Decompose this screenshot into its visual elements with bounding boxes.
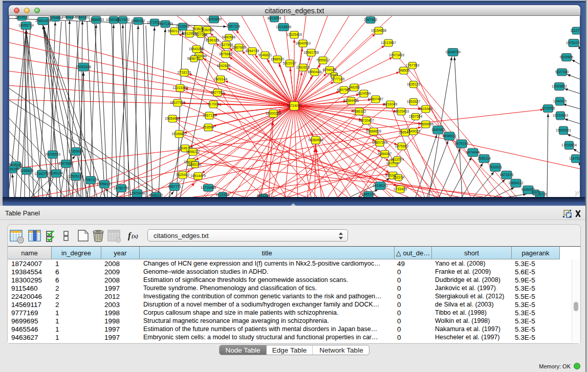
svg-text:9227343: 9227343 xyxy=(555,70,569,74)
svg-text:16782759: 16782759 xyxy=(114,186,129,190)
svg-text:1957584: 1957584 xyxy=(409,115,423,118)
svg-text:19958107: 19958107 xyxy=(97,182,112,186)
svg-text:1612074: 1612074 xyxy=(390,158,404,161)
svg-text:10025433: 10025433 xyxy=(394,110,409,113)
svg-text:9777169: 9777169 xyxy=(331,77,345,81)
svg-text:10973493: 10973493 xyxy=(389,53,404,57)
svg-text:19888903: 19888903 xyxy=(89,18,104,21)
svg-text:2803144: 2803144 xyxy=(214,77,228,81)
svg-text:18300295: 18300295 xyxy=(266,112,281,115)
svg-text:19218506: 19218506 xyxy=(276,25,291,29)
svg-text:2087682: 2087682 xyxy=(364,18,378,21)
svg-text:1244415: 1244415 xyxy=(553,99,567,103)
svg-text:16841102: 16841102 xyxy=(75,16,90,19)
svg-text:2718176: 2718176 xyxy=(178,71,191,74)
svg-text:8427552: 8427552 xyxy=(211,91,225,94)
svg-text:3624554: 3624554 xyxy=(357,92,371,95)
svg-text:16107552: 16107552 xyxy=(170,101,185,104)
svg-text:20053346: 20053346 xyxy=(76,65,91,69)
svg-text:7625402: 7625402 xyxy=(176,173,190,177)
svg-text:13716485: 13716485 xyxy=(201,186,216,189)
svg-text:9660123: 9660123 xyxy=(168,29,182,33)
svg-text:17957225: 17957225 xyxy=(83,178,98,182)
svg-text:(x): (x) xyxy=(132,233,138,239)
svg-text:15094862: 15094862 xyxy=(48,16,63,19)
svg-text:9123456: 9123456 xyxy=(216,193,230,196)
svg-text:15720407: 15720407 xyxy=(359,119,374,122)
svg-text:1527602: 1527602 xyxy=(116,18,130,21)
svg-text:12923448: 12923448 xyxy=(129,191,145,195)
svg-text:12505135: 12505135 xyxy=(68,174,83,178)
svg-text:19384554: 19384554 xyxy=(308,138,323,142)
svg-text:6479197: 6479197 xyxy=(455,142,469,145)
svg-text:16210643: 16210643 xyxy=(553,114,568,117)
svg-text:16648784: 16648784 xyxy=(445,50,461,54)
svg-text:15751074: 15751074 xyxy=(566,41,580,45)
svg-text:753594: 753594 xyxy=(203,125,214,129)
svg-text:1733426: 1733426 xyxy=(394,187,407,191)
svg-text:252214: 252214 xyxy=(393,176,405,179)
svg-text:1053627: 1053627 xyxy=(407,100,421,103)
svg-text:917006: 917006 xyxy=(208,102,220,106)
svg-text:1767353: 1767353 xyxy=(406,63,420,67)
svg-text:15692901: 15692901 xyxy=(556,128,571,132)
svg-text:12213967: 12213967 xyxy=(381,41,396,45)
svg-text:763822: 763822 xyxy=(192,27,204,31)
svg-text:9827564: 9827564 xyxy=(194,33,208,36)
svg-text:7357224: 7357224 xyxy=(227,25,241,28)
svg-text:1640953: 1640953 xyxy=(431,128,445,132)
svg-text:746266: 746266 xyxy=(349,85,360,89)
svg-text:8471676: 8471676 xyxy=(500,173,514,177)
svg-text:19654983: 19654983 xyxy=(165,117,180,120)
svg-text:6794028: 6794028 xyxy=(323,68,337,72)
svg-text:1588520: 1588520 xyxy=(271,57,285,61)
svg-text:16543382: 16543382 xyxy=(189,47,204,51)
svg-text:2867608: 2867608 xyxy=(232,46,246,49)
svg-text:8654321: 8654321 xyxy=(257,194,271,197)
svg-text:1362615: 1362615 xyxy=(296,65,310,69)
svg-text:8990448: 8990448 xyxy=(308,70,322,74)
svg-text:20206553: 20206553 xyxy=(45,152,60,156)
svg-text:18640910: 18640910 xyxy=(295,41,311,45)
svg-text:8321: 8321 xyxy=(532,190,539,194)
svg-text:17016504: 17016504 xyxy=(561,143,577,147)
svg-text:9084067: 9084067 xyxy=(378,152,392,156)
svg-text:14671355: 14671355 xyxy=(158,22,173,26)
svg-text:19166827: 19166827 xyxy=(171,132,187,136)
svg-text:8454749: 8454749 xyxy=(246,49,259,53)
svg-text:10807487: 10807487 xyxy=(368,97,383,101)
svg-text:1635115: 1635115 xyxy=(407,82,420,86)
svg-text:9329966: 9329966 xyxy=(560,55,574,59)
svg-text:18807249: 18807249 xyxy=(372,141,387,144)
svg-text:3875685: 3875685 xyxy=(219,52,233,56)
svg-text:9657771: 9657771 xyxy=(168,185,182,188)
svg-text:12093852: 12093852 xyxy=(552,84,567,88)
svg-text:10654112: 10654112 xyxy=(508,181,524,185)
svg-text:14055714: 14055714 xyxy=(18,24,34,27)
svg-text:1975692: 1975692 xyxy=(395,144,409,148)
svg-text:1167539: 1167539 xyxy=(569,157,580,160)
svg-text:20691406: 20691406 xyxy=(35,19,51,23)
svg-text:8186328: 8186328 xyxy=(206,38,220,42)
svg-text:10699695: 10699695 xyxy=(418,122,433,126)
svg-text:1803520: 1803520 xyxy=(15,16,29,19)
svg-text:1156829: 1156829 xyxy=(20,169,33,172)
svg-text:9489101: 9489101 xyxy=(188,163,202,166)
svg-text:9460546: 9460546 xyxy=(222,35,236,39)
svg-text:8813054: 8813054 xyxy=(268,16,281,20)
svg-text:7632621: 7632621 xyxy=(489,165,503,169)
svg-text:9489206: 9489206 xyxy=(362,192,376,196)
svg-text:1939154: 1939154 xyxy=(9,167,19,171)
svg-text:9498222: 9498222 xyxy=(186,150,200,154)
svg-text:2935114: 2935114 xyxy=(477,157,491,160)
svg-text:1112734: 1112734 xyxy=(570,29,580,32)
svg-text:1549023: 1549023 xyxy=(407,129,421,133)
svg-text:10688609: 10688609 xyxy=(366,129,381,133)
svg-text:13325419: 13325419 xyxy=(287,33,302,36)
svg-text:16154838: 16154838 xyxy=(371,29,386,32)
svg-text:12342757: 12342757 xyxy=(34,172,50,176)
svg-text:3215958: 3215958 xyxy=(541,106,555,110)
svg-text:14136141: 14136141 xyxy=(373,184,388,187)
svg-text:748500: 748500 xyxy=(398,69,410,72)
svg-text:9474444: 9474444 xyxy=(466,150,480,154)
